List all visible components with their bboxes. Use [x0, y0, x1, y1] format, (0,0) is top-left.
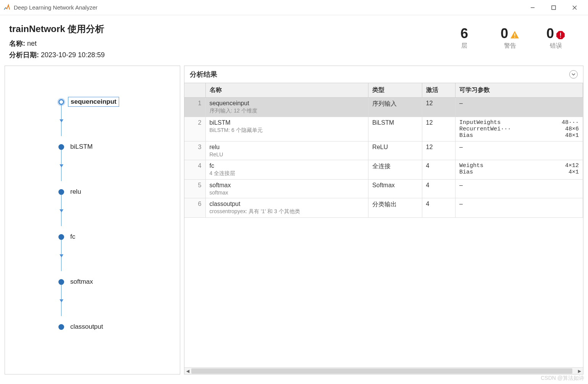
- layer-description: 4 全连接层: [210, 170, 365, 177]
- scroll-thumb[interactable]: [191, 368, 572, 374]
- graph-node-softmax[interactable]: softmax: [58, 276, 180, 287]
- row-activations: 12: [422, 117, 456, 141]
- layer-name: fc: [210, 162, 365, 169]
- row-learnable: –: [456, 180, 583, 198]
- node-label: softmax: [68, 277, 95, 286]
- layer-name: sequenceinput: [210, 100, 365, 107]
- results-table: 名称 类型 激活 可学习参数 1sequenceinput序列输入: 12 个维…: [184, 83, 583, 218]
- graph-node-relu[interactable]: relu: [58, 186, 180, 197]
- results-header: 分析结果: [184, 66, 583, 83]
- row-index: 4: [184, 160, 205, 180]
- graph-node-classoutput[interactable]: classoutput: [58, 321, 180, 332]
- layer-name: biLSTM: [210, 119, 365, 126]
- maximize-button[interactable]: [543, 0, 564, 15]
- row-type: 分类输出: [368, 198, 422, 218]
- layer-description: softmax: [210, 190, 365, 196]
- graph-node-biLSTM[interactable]: biLSTM: [58, 141, 180, 152]
- collapse-button[interactable]: [569, 70, 578, 79]
- arrow-down-icon: [60, 119, 63, 122]
- row-index: 1: [184, 98, 205, 117]
- layer-name: classoutput: [210, 201, 365, 207]
- table-row[interactable]: 5softmaxsoftmaxSoftmax4–: [184, 180, 583, 198]
- layer-description: 序列输入: 12 个维度: [210, 108, 365, 114]
- param-size: 48×6: [565, 126, 579, 132]
- row-learnable: Weights4×12Bias4×1: [456, 160, 583, 180]
- param-name: InputWeights: [459, 119, 558, 126]
- layers-label: 层: [453, 42, 476, 50]
- param-name: Weights: [459, 162, 561, 169]
- param-size: 4×12: [565, 162, 579, 169]
- table-row[interactable]: 3reluReLUReLU12–: [184, 141, 583, 160]
- page-title: trainNetwork 使用分析: [9, 23, 453, 35]
- row-learnable: –: [456, 141, 583, 160]
- param-name: Bias: [459, 132, 561, 139]
- horizontal-scrollbar[interactable]: ◄ ►: [184, 367, 583, 374]
- minimize-button[interactable]: [522, 0, 543, 15]
- header: trainNetwork 使用分析 名称: net 分析日期: 2023-10-…: [0, 15, 588, 66]
- row-index: 2: [184, 117, 205, 141]
- table-row[interactable]: 6classoutputcrossentropyex: 具有 '1' 和 3 个…: [184, 198, 583, 218]
- col-index[interactable]: [184, 83, 205, 98]
- row-type: Softmax: [368, 180, 422, 198]
- date-value: 2023-10-29 10:28:59: [41, 51, 105, 59]
- results-panel: 分析结果 名称 类型 激活 可学习参数 1sequenceinput序列输入: …: [184, 66, 583, 374]
- error-icon: [556, 29, 565, 39]
- row-learnable: InputWeights48···RecurrentWei···48×6Bias…: [456, 117, 583, 141]
- graph-node-sequenceinput[interactable]: sequenceinput: [58, 96, 180, 107]
- warnings-label: 警告: [499, 42, 522, 50]
- scroll-right-icon[interactable]: ►: [576, 368, 583, 374]
- row-index: 6: [184, 198, 205, 218]
- col-type[interactable]: 类型: [368, 83, 422, 98]
- errors-label: 错误: [544, 42, 567, 50]
- node-label: classoutput: [68, 322, 105, 331]
- stats: 6 层 0 警告 0 错误: [453, 23, 579, 62]
- col-activations[interactable]: 激活: [422, 83, 456, 98]
- name-label: 名称:: [9, 40, 25, 47]
- table-row[interactable]: 4fc4 全连接层全连接4Weights4×12Bias4×1: [184, 160, 583, 180]
- row-activations: 12: [422, 141, 456, 160]
- node-label: biLSTM: [68, 142, 95, 151]
- layer-name: softmax: [210, 182, 365, 189]
- window-title: Deep Learning Network Analyzer: [14, 4, 522, 11]
- row-activations: 4: [422, 198, 456, 218]
- node-dot-icon: [58, 324, 64, 330]
- scroll-left-icon[interactable]: ◄: [184, 368, 191, 374]
- row-learnable: –: [456, 98, 583, 117]
- stat-errors: 0 错误: [544, 27, 567, 50]
- network-name: 名称: net: [9, 39, 453, 48]
- network-graph-panel[interactable]: sequenceinputbiLSTMrelufcsoftmaxclassout…: [5, 66, 180, 374]
- row-type: 序列输入: [368, 98, 422, 117]
- window-controls: [522, 0, 585, 15]
- watermark: CSDN @算法如诗: [541, 375, 584, 382]
- name-value: net: [27, 40, 37, 47]
- node-label: sequenceinput: [68, 97, 119, 107]
- errors-count: 0: [546, 27, 554, 40]
- table-row[interactable]: 2biLSTMBiLSTM: 6 个隐藏单元BiLSTM12InputWeigh…: [184, 117, 583, 141]
- svg-rect-6: [560, 33, 561, 36]
- graph-node-fc[interactable]: fc: [58, 231, 180, 242]
- row-name-cell: fc4 全连接层: [205, 160, 368, 180]
- param-name: Bias: [459, 169, 565, 175]
- row-type: 全连接: [368, 160, 422, 180]
- row-type: ReLU: [368, 141, 422, 160]
- row-learnable: –: [456, 198, 583, 218]
- warnings-count: 0: [501, 27, 508, 40]
- row-type: BiLSTM: [368, 117, 422, 141]
- analysis-date: 分析日期: 2023-10-29 10:28:59: [9, 50, 453, 59]
- col-learnable[interactable]: 可学习参数: [456, 83, 583, 98]
- close-button[interactable]: [564, 0, 585, 15]
- layer-name: relu: [210, 144, 365, 151]
- param-name: RecurrentWei···: [459, 126, 561, 132]
- svg-rect-7: [560, 37, 561, 37]
- svg-rect-4: [514, 34, 515, 36]
- col-name[interactable]: 名称: [205, 83, 368, 98]
- arrow-down-icon: [60, 299, 63, 302]
- row-name-cell: sequenceinput序列输入: 12 个维度: [205, 98, 368, 117]
- stat-warnings: 0 警告: [499, 27, 522, 50]
- table-row[interactable]: 1sequenceinput序列输入: 12 个维度序列输入12–: [184, 98, 583, 117]
- date-label: 分析日期:: [9, 51, 39, 59]
- svg-rect-1: [552, 6, 556, 10]
- row-activations: 4: [422, 160, 456, 180]
- row-name-cell: classoutputcrossentropyex: 具有 '1' 和 3 个其…: [205, 198, 368, 218]
- row-name-cell: softmaxsoftmax: [205, 180, 368, 198]
